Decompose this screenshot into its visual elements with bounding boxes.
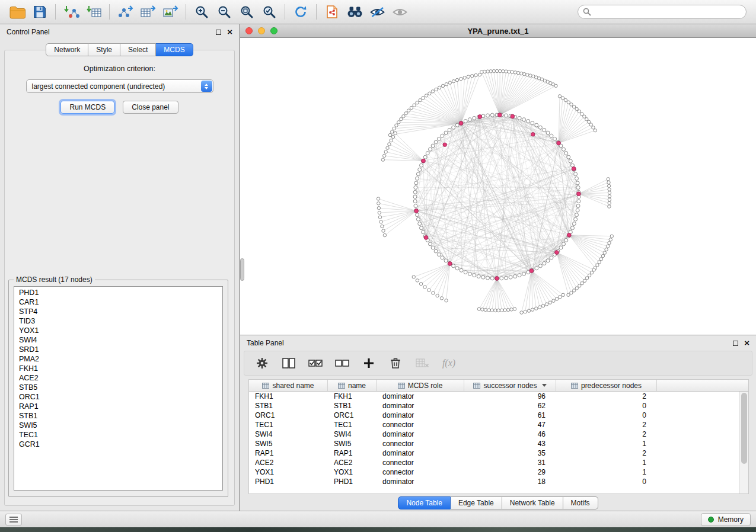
tab-node-table[interactable]: Node Table — [398, 496, 451, 509]
mcds-result-item[interactable]: STB5 — [14, 383, 222, 392]
select-all-button[interactable] — [308, 355, 323, 371]
tab-mcds[interactable]: MCDS — [156, 43, 193, 56]
run-mcds-button[interactable]: Run MCDS — [60, 101, 114, 114]
table-row[interactable]: PHD1PHD1dominator180 — [249, 477, 739, 486]
table-cell: RAP1 — [328, 449, 377, 457]
binoculars-icon — [347, 6, 363, 18]
column-label: MCDS role — [408, 382, 443, 390]
tab-select[interactable]: Select — [120, 43, 156, 56]
canvas-scrollbar-thumb[interactable] — [240, 258, 244, 281]
zoom-in-button[interactable] — [190, 2, 213, 22]
tab-network[interactable]: Network — [46, 43, 88, 56]
memory-button[interactable]: Memory — [701, 513, 751, 526]
mcds-result-item[interactable]: RAP1 — [14, 402, 222, 411]
column-header-predecessor-nodes[interactable]: predecessor nodes — [556, 380, 657, 391]
save-session-button[interactable] — [28, 2, 51, 22]
export-image-button[interactable] — [159, 2, 181, 22]
table-cell: ACE2 — [249, 459, 328, 467]
table-row[interactable]: TEC1TEC1connector472 — [249, 420, 739, 430]
table-scrollbar-thumb[interactable] — [741, 393, 747, 464]
hide-selected-button[interactable] — [366, 2, 388, 22]
table-settings-button[interactable] — [255, 355, 269, 371]
table-cell: 31 — [464, 459, 556, 467]
float-table-panel-icon[interactable] — [733, 341, 738, 346]
table-cell: connector — [377, 421, 464, 429]
close-table-panel-icon[interactable]: × — [744, 340, 749, 346]
zoom-in-icon — [194, 5, 209, 19]
table-scrollbar[interactable] — [739, 392, 748, 493]
mcds-result-item[interactable]: PMA2 — [14, 354, 222, 364]
deselect-all-button[interactable] — [335, 355, 349, 371]
table-row[interactable]: ORC1ORC1dominator610 — [249, 411, 739, 420]
table-row[interactable]: YOX1YOX1connector291 — [249, 467, 739, 477]
table-cell: TEC1 — [328, 421, 377, 429]
mcds-result-item[interactable]: ORC1 — [14, 392, 222, 402]
function-builder-button[interactable]: f(x) — [442, 355, 456, 371]
network-canvas[interactable] — [240, 38, 756, 335]
close-panel-icon[interactable]: × — [227, 29, 232, 35]
table-cell: dominator — [377, 449, 464, 457]
tab-network-table[interactable]: Network Table — [502, 496, 563, 509]
search-network-button[interactable] — [343, 2, 366, 22]
add-column-button[interactable] — [362, 355, 376, 371]
float-panel-icon[interactable] — [216, 30, 221, 35]
table-cell: SWI4 — [249, 430, 328, 438]
column-header-successor-nodes[interactable]: successor nodes — [464, 380, 556, 391]
export-table-button[interactable] — [136, 2, 159, 22]
main-toolbar — [0, 0, 756, 24]
tab-edge-table[interactable]: Edge Table — [451, 496, 502, 509]
share-document-button[interactable] — [321, 2, 343, 22]
node-table: shared name name MCDS role successor nod… — [248, 379, 749, 494]
mcds-result-item[interactable]: SRD1 — [14, 345, 222, 354]
mcds-result-item[interactable]: SWI5 — [14, 421, 222, 430]
show-all-button[interactable] — [388, 2, 411, 22]
mcds-result-item[interactable]: SWI4 — [14, 335, 222, 345]
folder-icon — [9, 5, 25, 19]
table-cell: 61 — [464, 411, 556, 419]
import-table-button[interactable] — [82, 2, 105, 22]
mcds-result-item[interactable]: TID3 — [14, 316, 222, 326]
zoom-selected-button[interactable] — [258, 2, 280, 22]
column-header-name[interactable]: name — [328, 380, 377, 391]
table-row[interactable]: STB1STB1dominator620 — [249, 401, 739, 411]
table-cell: 0 — [556, 477, 657, 486]
table-row[interactable]: SWI5SWI5connector431 — [249, 439, 739, 448]
table-cell: dominator — [377, 477, 464, 486]
zoom-out-button[interactable] — [213, 2, 235, 22]
table-cell: 0 — [556, 402, 657, 410]
import-network-button[interactable] — [60, 2, 82, 22]
search-input[interactable] — [578, 5, 747, 19]
table-row[interactable]: SWI4SWI4dominator462 — [249, 430, 739, 439]
column-header-shared-name[interactable]: shared name — [249, 380, 328, 391]
table-row[interactable]: ACE2ACE2connector311 — [249, 458, 739, 467]
column-label: name — [348, 382, 366, 390]
mcds-result-item[interactable]: TEC1 — [14, 430, 222, 440]
mcds-result-item[interactable]: PHD1 — [14, 288, 222, 297]
show-columns-button[interactable] — [282, 355, 296, 371]
mcds-result-item[interactable]: STP4 — [14, 307, 222, 316]
table-panel-title: Table Panel — [247, 339, 284, 347]
columns-icon — [282, 358, 295, 368]
tab-style[interactable]: Style — [88, 43, 120, 56]
mcds-result-item[interactable]: ACE2 — [14, 373, 222, 383]
delete-table-button[interactable] — [415, 355, 429, 371]
table-cell: FKH1 — [249, 392, 328, 400]
export-network-button[interactable] — [114, 2, 136, 22]
table-row[interactable]: FKH1FKH1dominator962 — [249, 392, 739, 401]
criterion-dropdown[interactable]: largest connected component (undirected) — [26, 79, 213, 93]
open-session-button[interactable] — [6, 2, 28, 22]
show-panels-button[interactable] — [5, 514, 22, 525]
mcds-result-item[interactable]: STB1 — [14, 411, 222, 421]
delete-column-button[interactable] — [388, 355, 403, 371]
table-row[interactable]: RAP1RAP1dominator352 — [249, 448, 739, 458]
close-panel-button[interactable]: Close panel — [123, 101, 178, 114]
zoom-fit-button[interactable] — [235, 2, 258, 22]
apply-layout-button[interactable] — [289, 2, 312, 22]
mcds-result-item[interactable]: GCR1 — [14, 440, 222, 449]
table-cell: dominator — [377, 430, 464, 438]
mcds-result-item[interactable]: CAR1 — [14, 297, 222, 307]
column-header-mcds-role[interactable]: MCDS role — [377, 380, 464, 391]
mcds-result-item[interactable]: FKH1 — [14, 364, 222, 373]
tab-motifs[interactable]: Motifs — [563, 496, 598, 509]
mcds-result-item[interactable]: YOX1 — [14, 326, 222, 335]
